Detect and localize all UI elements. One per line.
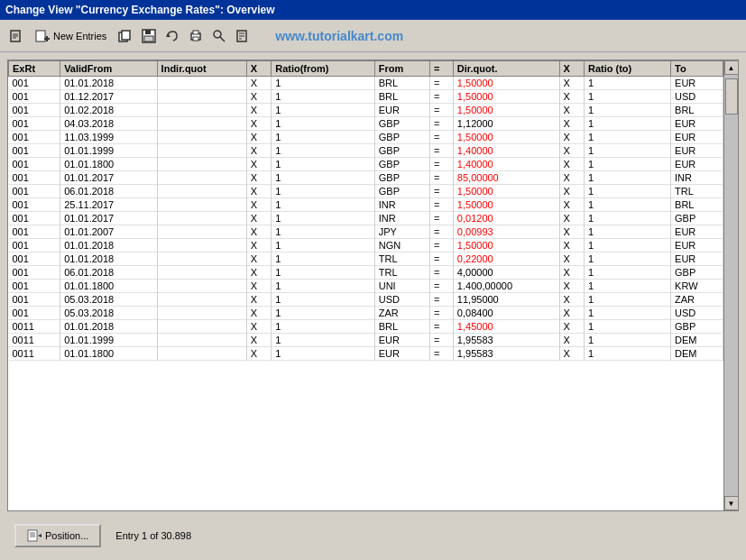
table-row[interactable]: 00101.01.2018X1NGN=1,50000X1EUR	[9, 239, 723, 252]
table-cell	[157, 185, 246, 198]
scroll-down-arrow[interactable]: ▼	[724, 496, 739, 510]
svg-rect-11	[144, 36, 153, 41]
table-cell: X	[559, 307, 584, 320]
table-scroll-area[interactable]: ExRt ValidFrom Indir.quot X Ratio(from) …	[8, 60, 723, 510]
undo-icon[interactable]	[163, 27, 181, 45]
table-cell: 06.01.2018	[60, 266, 157, 280]
more-icon[interactable]	[234, 27, 252, 45]
edit-icon[interactable]	[7, 27, 25, 45]
svg-rect-4	[36, 31, 45, 41]
table-cell	[157, 212, 246, 225]
table-row[interactable]: 00101.01.2018X1BRL=1,50000X1EUR	[9, 77, 723, 90]
table-cell: 1	[584, 131, 670, 144]
copy-icon[interactable]	[116, 27, 134, 45]
table-row[interactable]: 00101.01.2018X1TRL=0,22000X1EUR	[9, 252, 723, 266]
table-cell: 1	[272, 104, 375, 117]
table-cell: EUR	[374, 334, 429, 347]
table-cell: 01.01.2017	[60, 212, 157, 225]
vertical-scrollbar[interactable]: ▲ ▼	[723, 60, 738, 510]
table-cell	[157, 266, 246, 280]
scroll-up-arrow[interactable]: ▲	[724, 60, 739, 75]
table-row[interactable]: 00105.03.2018X1USD=11,95000X1ZAR	[9, 293, 723, 307]
table-row[interactable]: 00101.12.2017X1BRL=1,50000X1USD	[9, 90, 723, 104]
table-cell: EUR	[374, 347, 429, 361]
table-cell: =	[429, 307, 453, 320]
table-cell: X	[559, 158, 584, 171]
table-cell: 1	[272, 90, 375, 104]
table-cell: =	[429, 320, 453, 334]
svg-rect-22	[28, 530, 37, 541]
table-row[interactable]: 00101.02.2018X1EUR=1,50000X1BRL	[9, 104, 723, 117]
table-cell: 1	[584, 347, 670, 361]
table-cell: 001	[9, 307, 60, 320]
table-cell: GBP	[374, 158, 429, 171]
table-cell: 1,50000	[453, 198, 559, 212]
table-row[interactable]: 001101.01.2018X1BRL=1,45000X1GBP	[9, 320, 723, 334]
table-cell: 1	[584, 266, 670, 280]
table-cell	[157, 158, 246, 171]
table-cell: DEM	[671, 347, 723, 361]
table-cell: 1	[272, 320, 375, 334]
table-cell: 1,40000	[453, 144, 559, 158]
table-row[interactable]: 00111.03.1999X1GBP=1,50000X1EUR	[9, 131, 723, 144]
table-row[interactable]: 00106.01.2018X1GBP=1,50000X1TRL	[9, 185, 723, 198]
table-cell: X	[559, 280, 584, 293]
table-row[interactable]: 00104.03.2018X1GBP=1,12000X1EUR	[9, 117, 723, 131]
table-row[interactable]: 001101.01.1999X1EUR=1,95583X1DEM	[9, 334, 723, 347]
table-header-row: ExRt ValidFrom Indir.quot X Ratio(from) …	[9, 61, 723, 77]
table-cell	[157, 90, 246, 104]
window-title: Change View "Currency Exchange Rates": O…	[5, 4, 275, 16]
table-row[interactable]: 00101.01.1800X1UNI=1.400,00000X1KRW	[9, 280, 723, 293]
table-cell: 1.400,00000	[453, 280, 559, 293]
table-row[interactable]: 00106.01.2018X1TRL=4,00000X1GBP	[9, 266, 723, 280]
table-cell: INR	[671, 171, 723, 185]
table-cell: 1,50000	[453, 77, 559, 90]
table-cell: 1	[272, 158, 375, 171]
table-cell: ZAR	[374, 307, 429, 320]
table-row[interactable]: 00125.11.2017X1INR=1,50000X1BRL	[9, 198, 723, 212]
position-button[interactable]: Position...	[14, 524, 101, 547]
table-cell: 1	[272, 239, 375, 252]
table-cell: 001	[9, 144, 60, 158]
table-cell: 1	[272, 212, 375, 225]
table-cell: 001	[9, 212, 60, 225]
table-cell: X	[246, 144, 271, 158]
table-cell: 1,12000	[453, 117, 559, 131]
table-cell: =	[429, 334, 453, 347]
table-cell: X	[559, 334, 584, 347]
table-cell	[157, 225, 246, 239]
print-icon[interactable]	[187, 27, 205, 45]
table-row[interactable]: 00101.01.1800X1GBP=1,40000X1EUR	[9, 158, 723, 171]
table-cell: =	[429, 104, 453, 117]
content-area: ExRt ValidFrom Indir.quot X Ratio(from) …	[0, 52, 746, 560]
table-cell: 1	[584, 185, 670, 198]
table-cell	[157, 320, 246, 334]
svg-marker-26	[38, 534, 41, 537]
table-row[interactable]: 00101.01.2017X1GBP=85,00000X1INR	[9, 171, 723, 185]
table-cell: =	[429, 171, 453, 185]
table-cell: GBP	[671, 266, 723, 280]
table-cell: 001	[9, 293, 60, 307]
table-cell: USD	[374, 293, 429, 307]
table-row[interactable]: 00101.01.1999X1GBP=1,40000X1EUR	[9, 144, 723, 158]
new-entries-button[interactable]: New Entries	[31, 26, 111, 46]
table-row[interactable]: 00101.01.2007X1JPY=0,00993X1EUR	[9, 225, 723, 239]
watermark: www.tutorialkart.com	[275, 29, 403, 43]
table-row[interactable]: 00105.03.2018X1ZAR=0,08400X1USD	[9, 307, 723, 320]
table-cell: X	[559, 117, 584, 131]
table-cell: 01.01.2018	[60, 320, 157, 334]
scrollbar-thumb[interactable]	[725, 78, 738, 115]
table-row[interactable]: 00101.01.2017X1INR=0,01200X1GBP	[9, 212, 723, 225]
table-cell: =	[429, 280, 453, 293]
toolbar: New Entries	[0, 20, 746, 52]
table-cell: 001	[9, 198, 60, 212]
find-icon[interactable]	[210, 27, 228, 45]
table-cell: 1	[584, 104, 670, 117]
table-row[interactable]: 001101.01.1800X1EUR=1,95583X1DEM	[9, 347, 723, 361]
table-cell: X	[559, 266, 584, 280]
table-cell: INR	[374, 198, 429, 212]
save-icon[interactable]	[140, 27, 158, 45]
table-cell: NGN	[374, 239, 429, 252]
table-cell: BRL	[374, 320, 429, 334]
scrollbar-track[interactable]	[724, 75, 739, 496]
